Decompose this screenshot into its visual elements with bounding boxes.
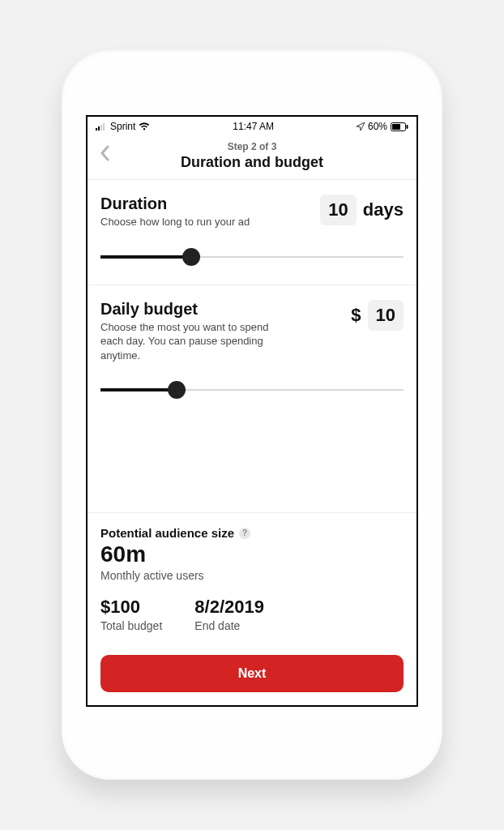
slider-fill bbox=[100, 255, 191, 259]
svg-rect-6 bbox=[407, 125, 408, 129]
daily-budget-title: Daily budget bbox=[100, 300, 343, 319]
daily-budget-value-input[interactable]: 10 bbox=[368, 300, 404, 331]
currency-symbol: $ bbox=[351, 305, 361, 326]
help-icon[interactable]: ? bbox=[239, 528, 250, 539]
summary-section: Potential audience size ? 60m Monthly ac… bbox=[88, 513, 416, 644]
status-left: Sprint bbox=[96, 121, 150, 132]
total-budget-label: Total budget bbox=[100, 619, 162, 632]
spacer bbox=[88, 417, 416, 513]
page-title: Duration and budget bbox=[96, 154, 408, 171]
daily-budget-value-group: $ 10 bbox=[351, 300, 404, 331]
duration-unit: days bbox=[363, 199, 404, 220]
screen: Sprint 11:47 AM 60% Step 2 of 3 bbox=[86, 115, 418, 707]
next-button[interactable]: Next bbox=[100, 655, 404, 692]
step-label: Step 2 of 3 bbox=[96, 141, 408, 152]
duration-title: Duration bbox=[100, 195, 312, 213]
end-date: 8/2/2019 End date bbox=[194, 597, 264, 632]
daily-budget-subtitle: Choose the most you want to spend each d… bbox=[100, 320, 279, 363]
slider-fill bbox=[100, 388, 177, 391]
battery-percent: 60% bbox=[368, 121, 387, 132]
audience-value: 60m bbox=[100, 541, 404, 567]
end-date-label: End date bbox=[194, 619, 264, 632]
svg-rect-0 bbox=[96, 128, 97, 130]
slider-thumb[interactable] bbox=[182, 248, 200, 266]
duration-value-group: 10 days bbox=[320, 195, 404, 225]
daily-budget-section: Daily budget Choose the most you want to… bbox=[88, 285, 416, 418]
total-budget: $100 Total budget bbox=[100, 597, 162, 632]
svg-rect-3 bbox=[103, 123, 105, 130]
audience-label: Potential audience size bbox=[100, 526, 234, 540]
audience-sub: Monthly active users bbox=[100, 569, 404, 582]
total-budget-value: $100 bbox=[100, 597, 162, 618]
back-button[interactable] bbox=[96, 144, 113, 162]
header: Step 2 of 3 Duration and budget bbox=[88, 136, 416, 180]
location-arrow-icon bbox=[357, 122, 365, 130]
cellular-signal-icon bbox=[96, 122, 107, 130]
wifi-icon bbox=[139, 122, 150, 130]
svg-rect-5 bbox=[392, 124, 400, 130]
phone-frame: Sprint 11:47 AM 60% Step 2 of 3 bbox=[62, 50, 442, 780]
status-time: 11:47 AM bbox=[233, 121, 274, 132]
svg-rect-1 bbox=[98, 126, 100, 130]
battery-icon bbox=[391, 122, 408, 131]
status-bar: Sprint 11:47 AM 60% bbox=[88, 117, 416, 136]
duration-value-input[interactable]: 10 bbox=[320, 195, 356, 225]
end-date-value: 8/2/2019 bbox=[194, 597, 264, 618]
svg-rect-2 bbox=[100, 125, 102, 130]
slider-thumb[interactable] bbox=[168, 381, 186, 399]
carrier-label: Sprint bbox=[110, 121, 135, 132]
duration-subtitle: Choose how long to run your ad bbox=[100, 215, 279, 229]
status-right: 60% bbox=[357, 121, 408, 132]
daily-budget-slider[interactable] bbox=[100, 380, 404, 400]
duration-slider[interactable] bbox=[100, 247, 404, 267]
chevron-left-icon bbox=[99, 145, 110, 161]
duration-section: Duration Choose how long to run your ad … bbox=[88, 180, 416, 285]
